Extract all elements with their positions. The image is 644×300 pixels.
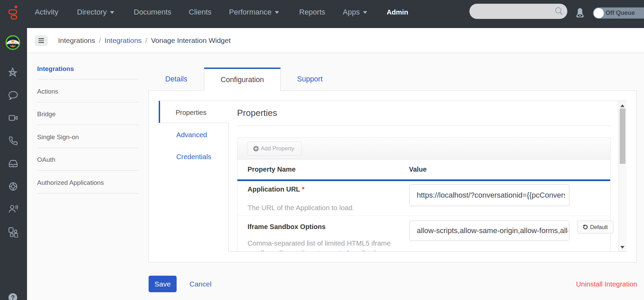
toggle-label: Off Queue bbox=[606, 7, 635, 19]
side-panel-item-oauth[interactable]: OAuth bbox=[37, 148, 138, 171]
queue-toggle[interactable]: Off Queue bbox=[593, 7, 644, 19]
column-header-value: Value bbox=[409, 159, 427, 179]
save-button[interactable]: Save bbox=[149, 276, 177, 292]
side-panel-heading: Integrations bbox=[37, 64, 138, 79]
nav-performance-label: Performance bbox=[229, 8, 272, 17]
search-input[interactable] bbox=[469, 4, 567, 19]
tab-support[interactable]: Support bbox=[281, 68, 339, 91]
nav-activity[interactable]: Activity bbox=[35, 0, 58, 24]
side-panel-item-authorized-applications[interactable]: Authorized Applications bbox=[37, 171, 138, 194]
subtab-advanced[interactable]: Advanced bbox=[176, 131, 207, 139]
help-icon[interactable]: ? bbox=[8, 293, 17, 300]
table-row: Application URL * The URL of the Applica… bbox=[237, 181, 610, 216]
plus-circle-icon bbox=[253, 146, 259, 151]
configuration-panel: Properties Advanced Credentials Properti… bbox=[149, 91, 637, 262]
property-name: Application URL * bbox=[248, 185, 305, 193]
chevron-down-icon bbox=[275, 11, 279, 14]
heading-divider bbox=[237, 125, 611, 126]
nav-performance[interactable]: Performance bbox=[229, 0, 279, 24]
cancel-link[interactable]: Cancel bbox=[189, 276, 211, 292]
search-icon bbox=[554, 6, 564, 16]
tab-configuration[interactable]: Configuration bbox=[204, 68, 281, 91]
properties-heading: Properties bbox=[237, 108, 277, 118]
inbox-icon[interactable] bbox=[8, 159, 18, 168]
property-description: The URL of the Application to load. bbox=[248, 203, 400, 212]
breadcrumb-root: Integrations bbox=[58, 36, 95, 45]
top-bar: Activity Directory Documents Clients Per… bbox=[0, 0, 644, 28]
column-header-property-name: Property Name bbox=[248, 159, 295, 179]
nav-directory[interactable]: Directory bbox=[77, 0, 114, 24]
video-camera-icon[interactable] bbox=[8, 113, 18, 123]
property-description: Comma-separated list of limited HTML5 if… bbox=[248, 238, 400, 252]
nav-admin-label: Admin bbox=[387, 8, 408, 16]
properties-table: Add Property Property Name Value Applica… bbox=[237, 138, 611, 252]
breadcrumb-bar: Integrations / Integrations / Vonage Int… bbox=[27, 28, 644, 53]
breadcrumb-integrations-link[interactable]: Integrations bbox=[105, 36, 142, 45]
tab-details[interactable]: Details bbox=[149, 68, 204, 91]
iframe-sandbox-options-input[interactable] bbox=[409, 221, 569, 241]
life-ring-icon[interactable] bbox=[8, 182, 18, 191]
nav-admin[interactable]: Admin bbox=[387, 0, 408, 24]
default-button[interactable]: Default bbox=[577, 221, 613, 233]
breadcrumb-separator: / bbox=[95, 36, 105, 45]
nav-reports-label: Reports bbox=[299, 8, 325, 17]
breadcrumb: Integrations / Integrations / Vonage Int… bbox=[58, 28, 231, 53]
person-speaking-icon[interactable] bbox=[8, 204, 18, 214]
nav-activity-label: Activity bbox=[35, 8, 58, 17]
nav-documents[interactable]: Documents bbox=[134, 0, 171, 24]
add-property-button[interactable]: Add Property bbox=[247, 142, 302, 156]
add-property-label: Add Property bbox=[261, 145, 294, 152]
scrollbar-thumb[interactable] bbox=[620, 108, 625, 164]
nav-documents-label: Documents bbox=[134, 8, 171, 17]
toggle-knob bbox=[594, 8, 604, 18]
breadcrumb-separator: / bbox=[141, 36, 151, 45]
properties-viewport: Properties Add Property Property Name bbox=[229, 101, 627, 252]
page: Activity Directory Documents Clients Per… bbox=[0, 0, 644, 300]
required-asterisk: * bbox=[302, 185, 305, 193]
avatar[interactable] bbox=[5, 35, 20, 50]
property-name: Iframe Sandbox Options bbox=[248, 223, 326, 231]
undo-icon bbox=[583, 224, 588, 230]
default-button-label: Default bbox=[590, 224, 608, 230]
nav-reports[interactable]: Reports bbox=[299, 0, 325, 24]
chevron-down-icon bbox=[363, 11, 367, 14]
table-row: Iframe Sandbox Options Comma-separated l… bbox=[237, 216, 610, 252]
phone-icon[interactable] bbox=[8, 136, 18, 146]
activity-star-icon[interactable] bbox=[8, 67, 18, 77]
nav-apps[interactable]: Apps bbox=[343, 0, 367, 24]
scrollbar[interactable] bbox=[618, 101, 627, 251]
scroll-down-arrow-icon[interactable] bbox=[620, 246, 624, 249]
application-url-input[interactable] bbox=[409, 184, 569, 206]
subtab-properties[interactable]: Properties bbox=[159, 101, 229, 123]
uninstall-integration-link[interactable]: Uninstall Integration bbox=[576, 276, 637, 292]
nav-clients-label: Clients bbox=[189, 8, 211, 17]
side-panel-item-single-sign-on[interactable]: Single Sign-on bbox=[37, 125, 138, 148]
nav-clients[interactable]: Clients bbox=[189, 0, 211, 24]
subtab-credentials[interactable]: Credentials bbox=[176, 153, 211, 161]
nav-directory-label: Directory bbox=[77, 8, 107, 17]
nav-apps-label: Apps bbox=[343, 8, 360, 17]
sidebar: ? bbox=[0, 28, 27, 300]
notifications-bell-icon[interactable] bbox=[576, 8, 584, 18]
side-panel-item-bridge[interactable]: Bridge bbox=[37, 102, 138, 125]
chevron-down-icon bbox=[110, 11, 114, 14]
table-header-row: Property Name Value bbox=[237, 159, 610, 179]
integrations-side-panel: Integrations Actions Bridge Single Sign-… bbox=[37, 64, 138, 194]
add-property-zone: Add Property bbox=[237, 138, 610, 159]
side-panel-item-actions[interactable]: Actions bbox=[37, 79, 138, 102]
scroll-up-arrow-icon[interactable] bbox=[620, 104, 624, 107]
chat-icon[interactable] bbox=[8, 91, 18, 100]
breadcrumb-current: Vonage Interation Widget bbox=[151, 36, 231, 45]
menu-button[interactable] bbox=[35, 35, 48, 46]
apps-grid-icon[interactable] bbox=[8, 227, 18, 238]
